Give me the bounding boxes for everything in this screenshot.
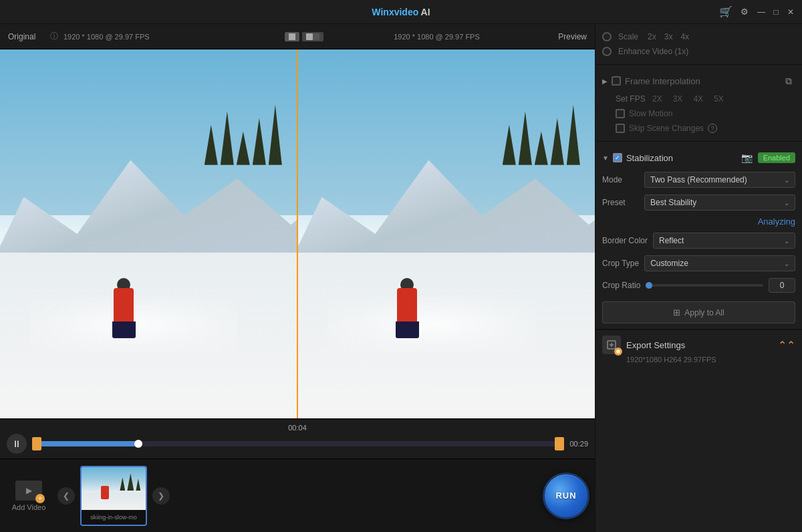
next-thumbnail-button[interactable]: ❯ xyxy=(152,487,170,505)
skip-scene-label: Skip Scene Changes xyxy=(629,124,704,133)
stabilization-header[interactable]: ▼ ✓ Stabilization 📷 Enabled xyxy=(602,147,795,168)
add-video-button[interactable]: + Add Video xyxy=(5,466,52,526)
enhance-row: Enhance Video (1x) xyxy=(602,44,795,59)
crop-ratio-label: Crop Ratio xyxy=(602,281,640,290)
fps-row: Set FPS 2X 3X 4X 5X xyxy=(602,92,795,106)
scale-opt-2x[interactable]: 2x xyxy=(648,32,656,41)
ski-scene-preview xyxy=(298,49,595,418)
video-split-divider xyxy=(297,49,298,418)
tree-p1 xyxy=(503,125,516,165)
crop-type-select[interactable]: Customize ⌄ xyxy=(644,255,795,271)
app-title: Winxvideo AI xyxy=(372,7,430,17)
skip-scene-help-icon[interactable]: ? xyxy=(708,124,717,133)
frame-interp-arrow: ▶ xyxy=(602,78,608,85)
scale-opt-3x[interactable]: 3x xyxy=(664,32,673,41)
progress-end-marker[interactable] xyxy=(555,437,564,450)
enhance-radio[interactable] xyxy=(602,47,612,56)
export-info: 1920*1080 H264 29.97FPS xyxy=(626,356,795,364)
time-current: 00:04 xyxy=(7,424,588,432)
close-button[interactable]: ✕ xyxy=(786,7,795,17)
frame-interpolation-header[interactable]: ▶ Frame Interpolation ⧉ xyxy=(602,70,795,92)
border-color-value: Reflect xyxy=(659,236,684,245)
single-view-button[interactable] xyxy=(285,32,299,41)
scale-opt-4x[interactable]: 4x xyxy=(680,32,689,41)
camera-icon[interactable]: 📷 xyxy=(741,151,754,164)
add-video-icon: + xyxy=(15,481,42,501)
slow-motion-checkbox[interactable] xyxy=(616,109,625,118)
minimize-button[interactable]: — xyxy=(757,7,766,17)
prev-thumbnail-button[interactable]: ❮ xyxy=(57,487,75,505)
thumb-trees xyxy=(120,473,140,491)
border-color-row: Border Color Reflect ⌄ xyxy=(602,229,795,252)
fps-opt-4x[interactable]: 4X xyxy=(689,94,707,104)
play-pause-button[interactable]: ⏸ xyxy=(7,434,27,454)
thumbnail-scene xyxy=(82,467,146,511)
view-toggle xyxy=(285,32,323,41)
progress-start-marker[interactable] xyxy=(32,437,41,450)
enhance-label: Enhance Video (1x) xyxy=(618,47,688,56)
slow-motion-label: Slow Motion xyxy=(629,109,672,118)
border-color-select[interactable]: Reflect ⌄ xyxy=(653,233,795,249)
preset-select[interactable]: Best Stability ⌄ xyxy=(644,194,795,211)
progress-fill xyxy=(32,441,138,446)
mode-select[interactable]: Two Pass (Recommended) ⌄ xyxy=(644,172,795,188)
collapse-export-button[interactable]: ⌃⌃ xyxy=(778,339,795,352)
scale-label: Scale xyxy=(618,32,638,41)
add-video-label: Add Video xyxy=(12,503,46,511)
ski-scene-original xyxy=(0,49,297,418)
tree-5 xyxy=(269,105,282,165)
stabilization-section: ▼ ✓ Stabilization 📷 Enabled Mode Two Pas… xyxy=(595,142,802,329)
export-header: Export Settings ⌃⌃ xyxy=(602,336,795,354)
skier-figure xyxy=(104,278,144,345)
cart-icon[interactable]: 🛒 xyxy=(719,5,732,19)
stab-arrow: ▼ xyxy=(602,154,609,162)
fps-opt-5x[interactable]: 5X xyxy=(710,94,728,104)
progress-handle[interactable] xyxy=(134,440,142,448)
tree-1 xyxy=(205,125,218,165)
resolution-right: 1920 * 1080 @ 29.97 FPS xyxy=(329,33,545,41)
mode-select-arrow: ⌄ xyxy=(784,176,789,184)
enabled-badge: Enabled xyxy=(758,152,795,163)
thumb-tree-3 xyxy=(136,479,140,491)
video-display xyxy=(0,49,595,418)
copy-icon[interactable]: ⧉ xyxy=(782,74,795,88)
tree-p2 xyxy=(519,112,532,165)
progress-track[interactable] xyxy=(32,441,564,446)
split-view-button[interactable] xyxy=(302,32,323,41)
thumbnail-label: skiing-in-slow-mo xyxy=(82,510,146,525)
border-color-arrow: ⌄ xyxy=(784,237,789,245)
stab-checkbox[interactable]: ✓ xyxy=(613,153,622,162)
preset-value: Best Stability xyxy=(650,198,696,207)
scale-options: 2x 3x 4x xyxy=(648,32,689,41)
skier-legs xyxy=(112,321,136,338)
resolution-left: 1920 * 1080 @ 29.97 FPS xyxy=(63,33,279,41)
settings-icon[interactable]: ⚙ xyxy=(738,5,751,19)
time-end: 00:29 xyxy=(569,440,588,448)
crop-ratio-input[interactable]: 0 xyxy=(769,278,795,293)
original-label: Original xyxy=(8,32,45,41)
skier-body xyxy=(114,288,134,325)
scale-radio[interactable] xyxy=(602,32,612,41)
apply-to-all-button[interactable]: ⊞ Apply to All xyxy=(602,301,795,323)
preset-label: Preset xyxy=(602,198,639,207)
skier-legs-preview xyxy=(396,321,419,338)
trees xyxy=(205,105,282,165)
skip-scene-checkbox[interactable] xyxy=(616,124,625,133)
fps-label: Set FPS xyxy=(616,94,646,104)
frame-interp-checkbox[interactable] xyxy=(612,76,621,86)
thumbnail-item[interactable]: skiing-in-slow-mo xyxy=(80,466,147,526)
fps-opt-3x[interactable]: 3X xyxy=(669,94,687,104)
info-icon[interactable]: ⓘ xyxy=(50,31,58,42)
mode-value: Two Pass (Recommended) xyxy=(650,175,747,184)
apply-all-label: Apply to All xyxy=(684,308,724,317)
run-button[interactable]: RUN xyxy=(543,473,589,519)
mode-row: Mode Two Pass (Recommended) ⌄ xyxy=(602,168,795,191)
crop-type-value: Customize xyxy=(650,259,688,268)
maximize-button[interactable]: □ xyxy=(771,7,781,17)
tree-3 xyxy=(237,132,250,165)
crop-ratio-slider[interactable] xyxy=(646,284,763,287)
tree-4 xyxy=(253,118,266,165)
export-title: Export Settings xyxy=(626,340,773,350)
fps-opt-2x[interactable]: 2X xyxy=(648,94,666,104)
thumb-tree-2 xyxy=(127,473,134,491)
